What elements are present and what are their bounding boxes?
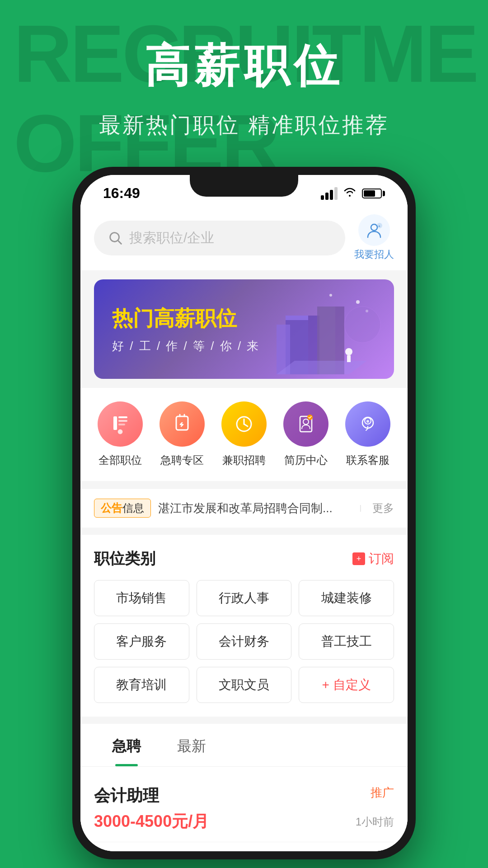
banner-text: 热门高薪职位 好 / 工 / 作 / 等 / 你 / 来 (112, 305, 260, 354)
tag-custom[interactable]: + 自定义 (299, 667, 394, 703)
svg-point-28 (303, 419, 309, 425)
wifi-icon (343, 186, 357, 201)
category-service-label: 联系客服 (346, 453, 389, 467)
app-content: 搜索职位/企业 + 我要招人 (80, 205, 408, 851)
job-title: 会计助理 (94, 785, 159, 807)
tag-item[interactable]: 教育培训 (94, 667, 189, 703)
svg-point-17 (344, 307, 380, 343)
job-card[interactable]: 会计助理 推广 3000-4500元/月 1小时前 (94, 776, 394, 842)
signal-icon (321, 187, 338, 200)
phone-outer-frame: 16:49 (72, 167, 416, 859)
search-placeholder-text: 搜索职位/企业 (129, 229, 214, 247)
recruit-label-text: 我要招人 (354, 248, 394, 261)
job-promoted-badge: 推广 (371, 785, 394, 801)
job-categories-section: 职位类别 + 订阅 市场销售 行政人事 城建装修 客户服务 会计财务 普工技工 (80, 535, 408, 717)
category-resume-icon (283, 401, 328, 447)
section-header: 职位类别 + 订阅 (94, 548, 394, 569)
tag-item[interactable]: 行政人事 (197, 580, 292, 616)
tag-item[interactable]: 客户服务 (94, 623, 189, 660)
notice-bar: 公告信息 湛江市发展和改革局招聘合同制... | 更多 (80, 488, 408, 528)
category-parttime[interactable]: 兼职招聘 (221, 401, 267, 467)
category-service[interactable]: 联系客服 (345, 401, 390, 467)
svg-rect-6 (286, 316, 308, 320)
svg-point-12 (345, 348, 352, 355)
tab-urgent[interactable]: 急聘 (94, 724, 159, 766)
subscribe-button[interactable]: + 订阅 (352, 550, 394, 567)
header-section: 高薪职位 最新热门职位 精准职位推荐 (0, 0, 488, 167)
banner[interactable]: 热门高薪职位 好 / 工 / 作 / 等 / 你 / 来 (94, 279, 394, 379)
svg-rect-18 (113, 416, 117, 430)
phone-mockup: 16:49 (0, 167, 488, 859)
status-icons (321, 186, 385, 201)
svg-text:+: + (378, 224, 380, 228)
tab-latest[interactable]: 最新 (159, 724, 224, 766)
phone-notch (190, 175, 298, 197)
job-tabs: 急聘 最新 会计助理 推广 3000- (80, 724, 408, 851)
sub-title: 最新热门职位 精准职位推荐 (0, 111, 488, 140)
tag-item[interactable]: 文职文员 (197, 667, 292, 703)
category-parttime-label: 兼职招聘 (222, 453, 266, 467)
job-card-header: 会计助理 推广 (94, 785, 394, 807)
notice-more-link[interactable]: 更多 (372, 501, 394, 515)
category-urgent-label: 急聘专区 (160, 453, 204, 467)
section-title: 职位类别 (94, 548, 155, 569)
recruit-icon: + (358, 214, 390, 246)
tag-item[interactable]: 城建装修 (299, 580, 394, 616)
svg-point-22 (117, 429, 123, 434)
battery-icon (362, 189, 385, 198)
banner-title: 热门高薪职位 (112, 305, 260, 333)
job-salary: 3000-4500元/月 (94, 811, 209, 833)
tag-item[interactable]: 会计财务 (197, 623, 292, 660)
tag-item[interactable]: 普工技工 (299, 623, 394, 660)
categories-row: 全部职位 急聘专区 (80, 388, 408, 481)
tab-bar: 急聘 最新 (80, 724, 408, 767)
banner-subtitle: 好 / 工 / 作 / 等 / 你 / 来 (112, 338, 260, 354)
svg-rect-13 (347, 355, 351, 362)
job-time: 1小时前 (356, 815, 394, 829)
category-all-icon (98, 401, 143, 447)
subscribe-icon: + (352, 552, 365, 565)
category-urgent-icon (160, 401, 205, 447)
tag-item[interactable]: 市场销售 (94, 580, 189, 616)
svg-line-26 (244, 424, 248, 426)
banner-illustration (258, 288, 385, 379)
svg-point-14 (356, 300, 360, 304)
notice-text: 湛江市发展和改革局招聘合同制... (158, 500, 349, 516)
svg-line-1 (118, 241, 122, 244)
category-service-icon (345, 401, 390, 447)
svg-point-16 (329, 294, 332, 297)
search-box[interactable]: 搜索职位/企业 (94, 221, 345, 255)
category-parttime-icon (221, 401, 267, 447)
tag-grid: 市场销售 行政人事 城建装修 客户服务 会计财务 普工技工 教育培训 文职文员 … (94, 580, 394, 703)
search-area: 搜索职位/企业 + 我要招人 (80, 205, 408, 270)
category-all-label: 全部职位 (99, 453, 142, 467)
status-time: 16:49 (103, 185, 140, 202)
svg-point-2 (371, 224, 377, 231)
category-resume[interactable]: 简历中心 (283, 401, 328, 467)
phone-inner-screen: 16:49 (80, 175, 408, 851)
job-list: 会计助理 推广 3000-4500元/月 1小时前 (80, 767, 408, 851)
svg-point-32 (366, 420, 369, 423)
svg-point-0 (110, 233, 119, 242)
svg-rect-19 (118, 416, 127, 418)
svg-rect-21 (118, 424, 125, 425)
search-icon (108, 230, 123, 245)
main-title: 高薪职位 (0, 36, 488, 97)
category-urgent[interactable]: 急聘专区 (160, 401, 205, 467)
category-resume-label: 简历中心 (284, 453, 328, 467)
recruit-button[interactable]: + 我要招人 (354, 214, 394, 261)
category-all[interactable]: 全部职位 (98, 401, 143, 467)
subscribe-label: 订阅 (369, 550, 394, 567)
notice-tag: 公告信息 (94, 499, 151, 518)
svg-rect-20 (118, 420, 127, 422)
